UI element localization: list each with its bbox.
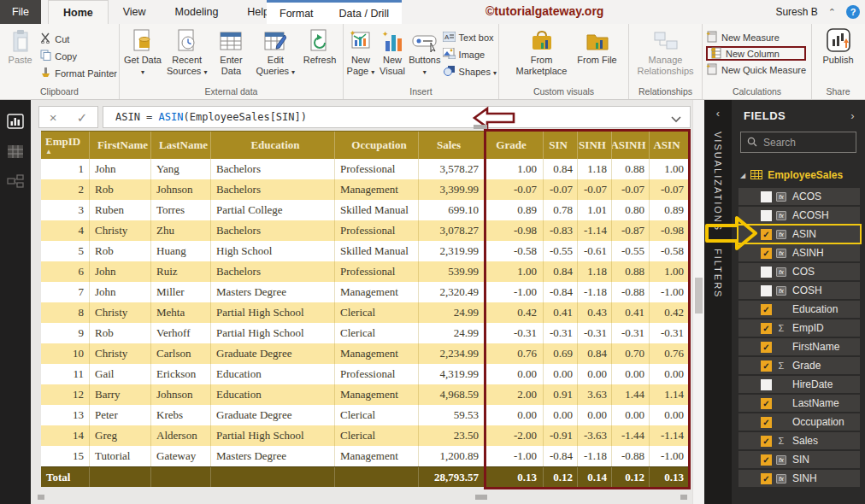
copy-button[interactable]: Copy: [40, 49, 117, 63]
table-row[interactable]: 15TutorialGatewayMasters DegreeManagemen…: [41, 446, 689, 466]
new-measure-button[interactable]: ✦ New Measure: [706, 30, 806, 44]
table-row[interactable]: 5RobHuangHigh SchoolSkilled Manual2,319.…: [41, 241, 689, 261]
collapse-left-icon[interactable]: ‹: [716, 107, 720, 120]
field-checkbox[interactable]: ✓: [761, 248, 772, 259]
field-item-cos[interactable]: fxCOS: [738, 263, 860, 280]
table-row[interactable]: 4ChristyZhuBachelorsProfessional3,078.27…: [41, 220, 689, 241]
field-checkbox[interactable]: ✓: [761, 304, 772, 315]
column-header[interactable]: Grade: [485, 132, 544, 159]
refresh-button[interactable]: Refresh: [298, 27, 341, 66]
field-checkbox[interactable]: ✓: [761, 229, 772, 240]
shapes-button[interactable]: Shapes ▾: [443, 64, 497, 79]
table-row[interactable]: 12BarryJohnsonEducationManagement4,968.5…: [41, 384, 689, 405]
field-checkbox[interactable]: ✓: [761, 360, 772, 372]
column-header[interactable]: SINH: [578, 132, 612, 159]
field-checkbox[interactable]: ✓: [761, 342, 772, 353]
column-header[interactable]: EmpID▲: [41, 132, 90, 159]
get-data-button[interactable]: Get Data ▾: [121, 27, 164, 76]
new-quick-measure-button[interactable]: ✦ New Quick Measure: [706, 62, 806, 77]
field-item-lastname[interactable]: ✓LastName: [738, 395, 860, 412]
table-row[interactable]: 11GailEricksonEducationProfessional4,319…: [41, 364, 689, 384]
buttons-button[interactable]: Buttons▾: [409, 27, 441, 76]
field-item-grade[interactable]: ✓ΣGrade: [738, 357, 860, 374]
tab-format[interactable]: Format: [267, 2, 327, 26]
report-view-icon[interactable]: [7, 114, 24, 132]
field-checkbox[interactable]: [761, 191, 772, 202]
field-checkbox[interactable]: [761, 379, 772, 390]
field-item-education[interactable]: ✓Education: [738, 301, 860, 318]
new-page-button[interactable]: ✦ New Page ▾: [345, 27, 376, 76]
field-item-firstname[interactable]: ✓FirstName: [738, 338, 860, 355]
manage-relationships-button[interactable]: Manage Relationships: [632, 27, 700, 76]
table-row[interactable]: 13PeterKrebsGraduate DegreeClerical59.53…: [41, 405, 689, 425]
tab-file[interactable]: File: [0, 0, 41, 24]
formula-expand-icon[interactable]: [671, 114, 681, 126]
table-row[interactable]: 10ChristyCarlsonGraduate DegreeManagemen…: [41, 343, 689, 364]
field-item-hiredate[interactable]: HireDate: [738, 376, 860, 393]
visual-handle-bottom-center[interactable]: [475, 495, 487, 500]
tab-view[interactable]: View: [109, 0, 161, 24]
table-row[interactable]: 9RobVerhoffPartial High SchoolClerical24…: [41, 323, 689, 343]
tab-data-drill[interactable]: Data / Drill: [327, 2, 402, 26]
table-row[interactable]: 6JohnRuizBachelorsProfessional539.991.00…: [41, 261, 689, 282]
enter-data-button[interactable]: Enter Data: [210, 27, 253, 76]
vertical-scrollbar[interactable]: [692, 100, 704, 504]
recent-sources-button[interactable]: Recent Sources ▾: [166, 27, 209, 76]
tab-home[interactable]: Home: [48, 0, 109, 24]
field-item-cosh[interactable]: fxCOSH: [738, 282, 860, 299]
field-checkbox[interactable]: [761, 267, 772, 278]
cancel-formula-icon[interactable]: ×: [50, 111, 57, 124]
field-checkbox[interactable]: ✓: [761, 417, 772, 428]
field-item-sinh[interactable]: ✓fxSINH: [738, 470, 860, 487]
image-button[interactable]: Image: [443, 47, 497, 62]
column-header[interactable]: ASINH: [612, 132, 650, 159]
field-checkbox[interactable]: ✓: [761, 454, 772, 466]
tab-modeling[interactable]: Modeling: [161, 0, 233, 24]
column-header[interactable]: Education: [211, 132, 335, 159]
visual-handle-top[interactable]: [474, 125, 487, 129]
help-icon[interactable]: ?: [846, 5, 860, 19]
table-row[interactable]: 3RubenTorresPartial CollegeSkilled Manua…: [41, 200, 689, 220]
field-item-sin[interactable]: ✓fxSIN: [738, 451, 860, 468]
column-header[interactable]: FirstName: [90, 132, 151, 159]
publish-button[interactable]: Publish: [816, 27, 861, 66]
field-checkbox[interactable]: [761, 285, 772, 296]
visual-handle-bottom-left[interactable]: [38, 495, 44, 500]
from-file-button[interactable]: From File: [576, 27, 619, 66]
table-row[interactable]: 2RobJohnsonBachelorsManagement3,399.99-0…: [41, 179, 689, 200]
search-input[interactable]: [763, 137, 850, 149]
formula-bar[interactable]: ASIN = ASIN(EmployeeSales[SIN]): [103, 106, 691, 128]
column-header[interactable]: Occupation: [335, 132, 419, 159]
field-checkbox[interactable]: [761, 210, 772, 221]
edit-queries-button[interactable]: Edit Queries ▾: [254, 27, 297, 76]
column-header[interactable]: ASIN: [650, 132, 689, 159]
data-view-icon[interactable]: [7, 144, 24, 162]
column-header[interactable]: SIN: [544, 132, 578, 159]
field-checkbox[interactable]: ✓: [761, 473, 772, 484]
new-visual-button[interactable]: ✦ New Visual: [378, 27, 407, 76]
column-header[interactable]: Sales: [419, 132, 485, 159]
visual-handle-bottom-right[interactable]: [680, 495, 687, 500]
table-row[interactable]: 8ChristyMehtaPartial High SchoolClerical…: [41, 302, 689, 323]
cut-button[interactable]: Cut: [40, 32, 117, 46]
field-checkbox[interactable]: ✓: [761, 436, 772, 447]
table-row[interactable]: 7JohnMillerMasters DegreeManagement2,320…: [41, 282, 689, 302]
field-checkbox[interactable]: ✓: [761, 323, 772, 334]
text-box-button[interactable]: A Text box: [443, 30, 497, 44]
field-item-acos[interactable]: fxACOS: [738, 188, 860, 205]
commit-formula-icon[interactable]: ✓: [77, 111, 88, 124]
field-item-sales[interactable]: ✓ΣSales: [738, 432, 860, 449]
table-total-row[interactable]: Total28,793.570.130.120.140.120.13: [41, 466, 689, 487]
format-painter-button[interactable]: Format Painter: [40, 66, 117, 80]
collapse-right-icon[interactable]: ›: [850, 109, 855, 122]
table-row[interactable]: 14GregAldersonPartial High SchoolClerica…: [41, 425, 689, 446]
field-item-empid[interactable]: ✓ΣEmpID: [738, 319, 860, 337]
column-header[interactable]: LastName: [151, 132, 211, 159]
model-view-icon[interactable]: [7, 174, 24, 192]
field-checkbox[interactable]: ✓: [761, 398, 772, 409]
new-column-button[interactable]: ✦ New Column: [706, 46, 806, 61]
field-item-occupation[interactable]: ✓Occupation: [738, 413, 860, 431]
collapse-ribbon-icon[interactable]: ⌃: [828, 7, 836, 18]
table-node[interactable]: ◢ EmployeeSales: [732, 161, 865, 188]
from-marketplace-button[interactable]: From Marketplace: [509, 27, 574, 76]
